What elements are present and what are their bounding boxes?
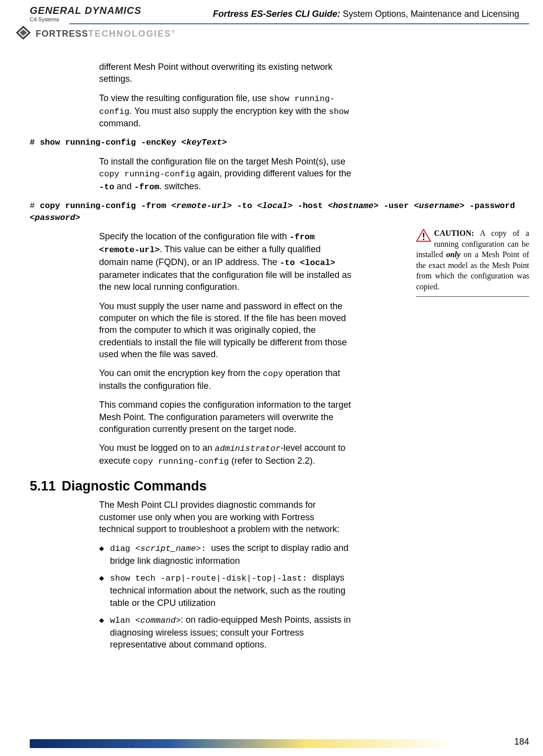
para-9: The Mesh Point CLI provides diagnostic c… <box>99 499 352 535</box>
para-2: To view the resulting configuration file… <box>99 92 352 130</box>
diamond-icon: ◆ <box>99 572 110 583</box>
svg-point-5 <box>423 238 424 240</box>
list-item: ◆ show tech -arp|-route|-disk|-top|-last… <box>99 572 352 609</box>
section-title: Diagnostic Commands <box>62 479 207 493</box>
cmd-show-running-config: # show running-config -encKey <keyText> <box>30 137 529 149</box>
c4-systems-label: C4 Systems <box>30 16 142 22</box>
caution-sidebar: CAUTION: A copy of a running configurati… <box>416 228 529 297</box>
vendor-logo-block: GENERAL DYNAMICS C4 Systems <box>30 5 142 22</box>
fortress-icon <box>15 25 32 42</box>
section-heading: 5.11Diagnostic Commands <box>30 479 529 494</box>
page-footer: 184 <box>30 739 529 747</box>
section-number: 5.11 <box>30 479 56 493</box>
fortress-word: FORTRESS <box>36 29 88 39</box>
page-header: GENERAL DYNAMICS C4 Systems Fortress ES-… <box>0 0 543 22</box>
bullet-list: ◆ diag <script_name>: uses the script to… <box>99 542 352 650</box>
caution-icon <box>416 229 431 245</box>
para-4: Specify the location of the configuratio… <box>99 230 352 293</box>
cmd-copy-running-config: # copy running-config -from <remote-url>… <box>30 200 529 224</box>
para-1: different Mesh Point without overwriting… <box>99 61 352 85</box>
footer-dots <box>99 745 529 747</box>
page-number: 184 <box>514 737 529 747</box>
header-title-product: Fortress ES-Series CLI Guide: <box>213 9 340 19</box>
header-title: Fortress ES-Series CLI Guide: System Opt… <box>171 5 533 19</box>
fortress-logo-row: FORTRESSTECHNOLOGIES® <box>0 24 543 42</box>
fortress-wordmark: FORTRESSTECHNOLOGIES® <box>36 29 175 39</box>
list-item: ◆ wlan <command>: on radio-equipped Mesh… <box>99 614 352 651</box>
para-7: This command copies the configuration in… <box>99 399 352 435</box>
diamond-icon: ◆ <box>99 542 110 553</box>
header-title-section: System Options, Maintenance and Licensin… <box>340 9 519 19</box>
list-item: ◆ diag <script_name>: uses the script to… <box>99 542 352 567</box>
technologies-word: TECHNOLOGIES <box>88 29 171 39</box>
general-dynamics-logo: GENERAL DYNAMICS <box>30 5 142 16</box>
para-5: You must supply the user name and passwo… <box>99 300 352 360</box>
diamond-icon: ◆ <box>99 614 110 625</box>
content-area: different Mesh Point without overwriting… <box>0 61 543 650</box>
para-6: You can omit the encryption key from the… <box>99 367 352 392</box>
caution-label: CAUTION: <box>434 229 474 237</box>
para-8: You must be logged on to an administrato… <box>99 442 352 468</box>
para-3: To install the configuration file on the… <box>99 156 352 193</box>
